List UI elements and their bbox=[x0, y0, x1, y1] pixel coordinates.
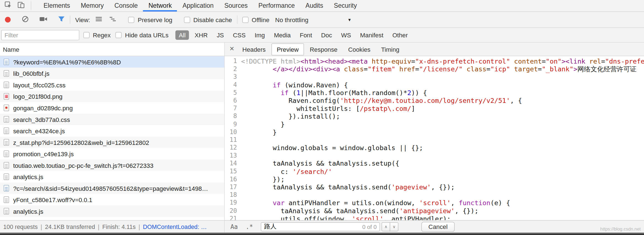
code-line: 20 taAnalysis && taAnalysis.send('antipa… bbox=[225, 207, 644, 215]
find-input[interactable] bbox=[264, 223, 362, 230]
request-row[interactable]: search_e4324ce.js bbox=[0, 125, 224, 137]
tab-elements[interactable]: Elements bbox=[38, 0, 75, 12]
preview-code-area[interactable]: 1<!DOCTYPE html><html><head><meta http-e… bbox=[225, 56, 644, 220]
dom-content-loaded-time: DOMContentLoaded: … bbox=[143, 223, 207, 230]
filter-input[interactable] bbox=[1, 30, 79, 40]
hide-data-urls-checkbox[interactable] bbox=[115, 32, 122, 38]
tab-audits[interactable]: Audits bbox=[300, 0, 328, 12]
dropdown-caret-icon: ▼ bbox=[347, 17, 352, 22]
request-row[interactable]: ?c=/search/&sid=54izyeud01498576055162&t… bbox=[0, 182, 224, 194]
record-button[interactable] bbox=[5, 17, 11, 23]
filter-type-font[interactable]: Font bbox=[297, 30, 315, 40]
code-text: }).install(); bbox=[241, 113, 644, 120]
code-line: 8 }).install(); bbox=[225, 113, 644, 120]
preserve-log-checkbox[interactable] bbox=[128, 17, 134, 23]
stylesheet-file-icon bbox=[4, 116, 9, 123]
filter-type-manifest[interactable]: Manifest bbox=[357, 30, 387, 40]
find-next-button[interactable]: ∨ bbox=[390, 222, 398, 231]
line-number: 11 bbox=[225, 136, 241, 144]
tab-sources[interactable]: Sources bbox=[219, 0, 253, 12]
detail-tab-headers[interactable]: Headers bbox=[238, 44, 271, 55]
detail-tab-cookies[interactable]: Cookies bbox=[343, 44, 375, 55]
filter-type-css[interactable]: CSS bbox=[230, 30, 249, 40]
clear-button[interactable] bbox=[22, 15, 29, 24]
match-case-toggle[interactable]: Aa bbox=[230, 223, 238, 230]
request-row[interactable]: lib_060bfbf.js bbox=[0, 68, 224, 79]
find-nav-buttons: ∧ ∨ bbox=[382, 222, 398, 231]
detail-tab-response[interactable]: Response bbox=[305, 44, 342, 55]
code-text: if (window.Raven) { bbox=[241, 81, 644, 89]
request-row[interactable]: logo_201f80d.png bbox=[0, 91, 224, 102]
code-line: 9 } bbox=[225, 120, 644, 128]
code-text: <!DOCTYPE html><html><head><meta http-eq… bbox=[241, 58, 644, 65]
filter-type-all[interactable]: All bbox=[176, 30, 189, 40]
tab-security[interactable]: Security bbox=[329, 0, 362, 12]
request-row[interactable]: gongan_d0289dc.png bbox=[0, 102, 224, 114]
image-pink-file-icon bbox=[4, 93, 9, 100]
cancel-button[interactable]: Cancel bbox=[421, 222, 455, 232]
code-line: 21 utils.off(window, 'scroll', antiPVHan… bbox=[225, 215, 644, 220]
filter-type-other[interactable]: Other bbox=[389, 30, 411, 40]
code-line: 19 var antiPVHandler = utils.on(window, … bbox=[225, 199, 644, 207]
request-name: search_3db77a0.css bbox=[13, 116, 70, 123]
filter-type-xhr[interactable]: XHR bbox=[191, 30, 211, 40]
request-count: 100 requests bbox=[3, 223, 38, 230]
device-toolbar-button[interactable] bbox=[16, 1, 25, 10]
show-overview-button[interactable] bbox=[109, 16, 117, 24]
request-row[interactable]: analytics.js bbox=[0, 205, 224, 217]
find-previous-button[interactable]: ∧ bbox=[382, 222, 390, 231]
tab-performance[interactable]: Performance bbox=[253, 0, 300, 12]
overview-waterfall-icon bbox=[109, 16, 117, 24]
request-row[interactable]: ?keyword=%E8%A1%97%E6%8B%8D bbox=[0, 56, 224, 68]
window-bottom-edge bbox=[0, 233, 644, 235]
regex-label: Regex bbox=[93, 32, 110, 38]
filter-type-img[interactable]: Img bbox=[251, 30, 268, 40]
name-column-header[interactable]: Name bbox=[0, 43, 224, 56]
filter-button[interactable] bbox=[58, 16, 65, 24]
request-row[interactable]: z_stat.php?id=1259612802&web_id=12596128… bbox=[0, 137, 224, 148]
line-number: 2 bbox=[225, 65, 241, 73]
request-name: ?keyword=%E8%A1%97%E6%8B%8D bbox=[13, 58, 121, 65]
toolbar-divider bbox=[70, 15, 70, 24]
close-details-button[interactable]: × bbox=[228, 44, 237, 54]
filter-type-doc[interactable]: Doc bbox=[318, 30, 335, 40]
request-row[interactable]: promotion_c49e139.js bbox=[0, 148, 224, 160]
request-list: ?keyword=%E8%A1%97%E6%8B%8Dlib_060bfbf.j… bbox=[0, 56, 224, 220]
regex-toggle[interactable]: .* bbox=[246, 223, 253, 230]
request-row[interactable]: toutiao.web.toutiao_pc-pc-fe_switch.js?t… bbox=[0, 160, 224, 171]
code-text: window.globals = window.globals || {}; bbox=[241, 144, 644, 152]
request-row[interactable]: search_3db77a0.css bbox=[0, 114, 224, 125]
tab-console[interactable]: Console bbox=[109, 0, 143, 12]
script-file-icon bbox=[4, 70, 9, 77]
capture-screenshots-button[interactable] bbox=[39, 16, 47, 24]
code-line: 3 bbox=[225, 73, 644, 81]
detail-tab-preview[interactable]: Preview bbox=[271, 43, 304, 55]
regex-group: Regex bbox=[83, 32, 110, 38]
code-line: 6 Raven.config('http://key@m.toutiao.com… bbox=[225, 97, 644, 105]
view-list-button[interactable] bbox=[95, 16, 103, 24]
line-number: 7 bbox=[225, 105, 241, 112]
code-line: 4 if (window.Raven) { bbox=[225, 81, 644, 89]
network-filter-bar: Regex Hide data URLs AllXHRJSCSSImgMedia… bbox=[0, 28, 644, 43]
filter-type-ws[interactable]: WS bbox=[338, 30, 354, 40]
code-line: 17 taAnalysis && taAnalysis.send('pagevi… bbox=[225, 183, 644, 191]
inspect-element-button[interactable] bbox=[4, 1, 13, 10]
regex-checkbox[interactable] bbox=[83, 32, 89, 38]
tab-memory[interactable]: Memory bbox=[75, 0, 109, 12]
request-row[interactable]: layout_5fcc025.css bbox=[0, 79, 224, 91]
filter-type-js[interactable]: JS bbox=[213, 30, 227, 40]
filter-type-media[interactable]: Media bbox=[271, 30, 294, 40]
offline-label: Offline bbox=[252, 16, 269, 23]
tab-application[interactable]: Application bbox=[177, 0, 219, 12]
request-row[interactable]: yFont_c580e17.woff?v=0.0.1 bbox=[0, 194, 224, 206]
detail-tab-timing[interactable]: Timing bbox=[376, 44, 405, 55]
disable-cache-checkbox[interactable] bbox=[184, 17, 190, 23]
list-view-icon bbox=[95, 16, 103, 24]
code-text: }); bbox=[241, 176, 644, 183]
tab-network[interactable]: Network bbox=[143, 0, 177, 12]
offline-checkbox[interactable] bbox=[242, 17, 248, 23]
inspect-cursor-icon bbox=[4, 1, 12, 11]
throttling-select[interactable]: No throttling ▼ bbox=[275, 16, 352, 23]
code-line: 13 bbox=[225, 152, 644, 160]
request-row[interactable]: analytics.js bbox=[0, 171, 224, 183]
